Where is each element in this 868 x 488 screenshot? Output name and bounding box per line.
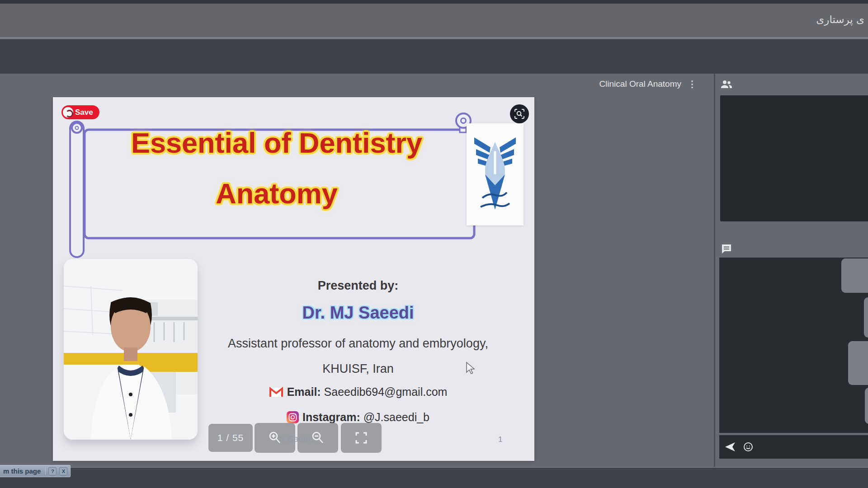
meeting-sidebar	[714, 74, 868, 467]
emoji-button[interactable]	[742, 441, 755, 453]
fullscreen-icon	[354, 431, 368, 445]
participant-video-tile	[720, 95, 868, 221]
slide-title-line1: Essential of Dentistry	[80, 129, 473, 157]
top-bar: ی پرستاری	[0, 4, 868, 38]
close-button[interactable]: X	[59, 467, 67, 475]
chat-message-bubble	[841, 258, 868, 293]
presented-by-label: Presented by:	[175, 279, 541, 293]
slide-footer-page-number: 1	[498, 435, 502, 444]
app-window: ی پرستاری Clinical Oral Anatomy ⋮ Essent…	[0, 0, 868, 488]
chat-messages-panel	[719, 258, 868, 433]
send-button[interactable]	[724, 441, 736, 453]
toolbar-band	[0, 39, 868, 74]
chat-message-bubble	[865, 388, 868, 424]
page-infobar: m this page ? X	[0, 465, 71, 477]
mouse-cursor-icon	[466, 361, 476, 375]
chat-button[interactable]	[720, 243, 733, 255]
lens-search-icon	[514, 108, 525, 120]
chat-input-bar[interactable]	[719, 435, 868, 459]
email-address: Saeedib694@gmail.com	[324, 385, 448, 398]
gmail-icon	[269, 387, 283, 398]
window-top-strip	[0, 0, 868, 4]
slide-title-line2: Anatomy	[80, 179, 473, 208]
presentation-title: Clinical Oral Anatomy	[599, 79, 681, 89]
presenter-role: Assistant professor of anatomy and embry…	[175, 337, 541, 351]
help-button[interactable]: ?	[48, 467, 57, 475]
save-button-label: Save	[75, 108, 93, 117]
slide-page: Essential of Dentistry Anatomy Save	[53, 97, 534, 461]
chat-message-bubble	[864, 297, 868, 338]
instagram-icon	[287, 411, 299, 423]
session-title-label: ی پرستاری	[816, 14, 864, 25]
participants-button[interactable]	[720, 78, 733, 91]
zoom-in-icon	[267, 430, 283, 446]
emoji-icon	[743, 441, 754, 452]
zoom-out-button[interactable]	[297, 423, 338, 453]
presenter-name: Dr. MJ Saeedi	[175, 303, 541, 323]
fullscreen-button[interactable]	[341, 423, 382, 453]
bottom-band	[0, 467, 868, 488]
chat-icon	[721, 244, 732, 254]
zoom-in-button[interactable]	[255, 423, 295, 453]
save-icon	[63, 107, 73, 117]
save-button[interactable]: Save	[61, 105, 99, 119]
instagram-row: Instagram: @J.saeedi_b	[175, 411, 541, 424]
send-icon	[724, 441, 736, 452]
zoom-out-icon	[310, 430, 326, 446]
presenter-location: KHUISF, Iran	[175, 362, 541, 376]
email-row: Email: Saeedib694@gmail.com	[175, 385, 541, 399]
instagram-label: Instagram:	[302, 411, 360, 423]
chat-message-bubble	[848, 341, 868, 385]
kebab-menu-icon[interactable]: ⋮	[686, 80, 698, 89]
image-search-lens-button[interactable]	[510, 104, 529, 123]
infobar-message: m this page	[3, 467, 46, 475]
university-logo	[467, 123, 524, 225]
people-icon	[721, 80, 732, 89]
presentation-title-row: Clinical Oral Anatomy ⋮	[588, 78, 698, 90]
page-indicator[interactable]: 1 / 55	[208, 424, 253, 452]
instagram-handle: @J.saeedi_b	[363, 411, 429, 423]
email-label: Email:	[287, 385, 321, 398]
